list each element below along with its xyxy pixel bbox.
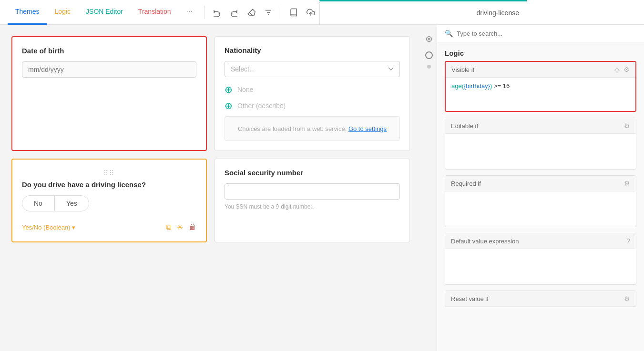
- option-other-row: ⊕ Other (describe): [225, 100, 400, 111]
- web-service-box: Choices are loaded from a web service. G…: [225, 116, 400, 141]
- redo-button[interactable]: [225, 4, 243, 21]
- circle-icon[interactable]: [425, 51, 433, 59]
- svg-point-6: [428, 38, 430, 40]
- search-icon: 🔍: [445, 30, 453, 37]
- copy-icon[interactable]: ⧉: [166, 223, 171, 232]
- default-value-label: Default value expression: [451, 238, 519, 245]
- chevron-down-icon: ▾: [72, 224, 75, 231]
- help-icon[interactable]: ?: [626, 237, 630, 245]
- type-badge[interactable]: Yes/No (Boolean) ▾: [22, 224, 75, 231]
- book-button[interactable]: [285, 4, 302, 21]
- undo-button[interactable]: [208, 4, 225, 21]
- reset-value-block: Reset value if ⚙: [445, 291, 636, 307]
- gear-reset-icon[interactable]: ⚙: [624, 295, 630, 302]
- add-none-icon[interactable]: ⊕: [225, 84, 233, 95]
- option-none-label: None: [237, 86, 253, 93]
- visible-if-expression[interactable]: age({birthday}) >= 16: [446, 78, 635, 111]
- dob-input[interactable]: [22, 61, 196, 78]
- default-value-block: Default value expression ?: [445, 233, 636, 285]
- card-nationality-title: Nationality: [225, 46, 400, 54]
- trash-icon[interactable]: 🗑: [189, 223, 196, 232]
- gear-editable-icon[interactable]: ⚙: [624, 122, 630, 130]
- editable-if-label: Editable if: [451, 122, 478, 130]
- visible-if-header: Visible if ◇ ⚙: [446, 62, 635, 78]
- card-actions: ⧉ ✳ 🗑: [166, 223, 196, 232]
- card-date-of-birth: Date of birth: [11, 36, 207, 151]
- upload-button[interactable]: [302, 4, 319, 21]
- nav-divider-2: [281, 6, 281, 19]
- toggle-group: No Yes: [22, 195, 196, 211]
- right-panel: 🔍 Logic Visible if ◇ ⚙ age({birthday}) >…: [437, 25, 644, 351]
- star-icon[interactable]: ✳: [177, 223, 183, 232]
- card-dl-title: Do you drive have a driving license?: [22, 181, 196, 189]
- eraser-logic-icon[interactable]: ◇: [614, 66, 620, 73]
- eraser-button[interactable]: [243, 4, 260, 21]
- target-icon[interactable]: [422, 32, 436, 46]
- search-input[interactable]: [457, 30, 636, 37]
- tab-more[interactable]: ···: [179, 0, 200, 25]
- ssn-input[interactable]: [225, 183, 400, 200]
- add-other-icon[interactable]: ⊕: [225, 100, 233, 111]
- tab-logic[interactable]: Logic: [47, 0, 78, 25]
- filter-button[interactable]: [260, 4, 277, 21]
- canvas-area: Date of birth Nationality Select... ⊕ No…: [0, 25, 421, 351]
- required-if-header: Required if ⚙: [445, 176, 636, 191]
- card-driving-license: ⠿⠿ Do you drive have a driving license? …: [11, 159, 207, 242]
- visible-if-label: Visible if: [451, 66, 474, 73]
- toggle-yes-button[interactable]: Yes: [54, 195, 89, 211]
- app-title: driving-license: [476, 9, 519, 17]
- cards-grid: Date of birth Nationality Select... ⊕ No…: [11, 36, 410, 242]
- toggle-no-button[interactable]: No: [22, 195, 54, 211]
- tab-themes[interactable]: Themes: [8, 0, 47, 25]
- ssn-hint: You SSN must be a 9-digit number.: [225, 203, 400, 210]
- main-layout: Date of birth Nationality Select... ⊕ No…: [0, 25, 644, 351]
- go-to-settings-link[interactable]: Go to settings: [348, 125, 387, 132]
- card-nationality: Nationality Select... ⊕ None ⊕ Other (de…: [215, 36, 410, 151]
- option-none-row: ⊕ None: [225, 84, 400, 95]
- card-dob-title: Date of birth: [22, 47, 196, 55]
- visible-if-block: Visible if ◇ ⚙ age({birthday}) >= 16: [445, 61, 636, 112]
- card-ssn-title: Social security number: [225, 169, 400, 177]
- editable-if-textarea[interactable]: [445, 134, 636, 167]
- reset-value-label: Reset value if: [451, 295, 489, 302]
- required-if-label: Required if: [451, 180, 481, 187]
- gear-required-icon[interactable]: ⚙: [624, 180, 630, 187]
- reset-value-header: Reset value if ⚙: [445, 291, 636, 307]
- drag-handle: ⠿⠿: [22, 169, 196, 177]
- nationality-select[interactable]: Select...: [225, 61, 400, 77]
- web-service-text: Choices are loaded from a web service. G…: [238, 125, 387, 132]
- card-bottom-bar: Yes/No (Boolean) ▾ ⧉ ✳ 🗑: [22, 219, 196, 232]
- gear-logic-icon[interactable]: ⚙: [624, 66, 630, 73]
- required-if-block: Required if ⚙: [445, 175, 636, 227]
- default-value-icons: ?: [626, 237, 630, 245]
- editable-if-header: Editable if ⚙: [445, 118, 636, 134]
- logic-section: Visible if ◇ ⚙ age({birthday}) >= 16 Edi…: [437, 61, 644, 321]
- nav-divider: [204, 6, 204, 19]
- search-bar: 🔍: [437, 25, 644, 42]
- default-value-header: Default value expression ?: [445, 233, 636, 249]
- svg-point-5: [427, 37, 432, 42]
- default-value-textarea[interactable]: [445, 249, 636, 282]
- visible-if-icons: ◇ ⚙: [614, 66, 630, 73]
- dot-icon: [427, 65, 431, 69]
- option-other-label: Other (describe): [237, 102, 286, 110]
- editable-if-block: Editable if ⚙: [445, 118, 636, 170]
- tab-translation[interactable]: Translation: [131, 0, 179, 25]
- mid-toolbar: [421, 25, 437, 351]
- tab-json-editor[interactable]: JSON Editor: [78, 0, 131, 25]
- right-section-header: driving-license: [319, 0, 527, 25]
- editable-if-icons: ⚙: [624, 122, 630, 130]
- logic-section-title: Logic: [437, 42, 644, 61]
- top-nav: Themes Logic JSON Editor Translation ···: [0, 0, 644, 25]
- required-if-textarea[interactable]: [445, 191, 636, 225]
- card-ssn: Social security number You SSN must be a…: [215, 159, 410, 242]
- required-if-icons: ⚙: [624, 180, 630, 187]
- reset-value-icons: ⚙: [624, 295, 630, 302]
